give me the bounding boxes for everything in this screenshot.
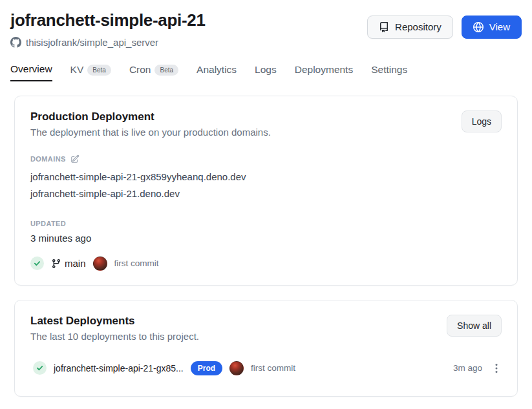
edit-domains-icon[interactable]	[70, 154, 80, 163]
production-card-header: Production Deployment The deployment tha…	[30, 110, 502, 138]
updated-label: UPDATED	[30, 220, 66, 227]
deployment-link[interactable]: jofranchett-simple-api-21-gx85...	[54, 363, 184, 373]
domain-link[interactable]: jofranchett-simple-api-21.deno.dev	[30, 185, 502, 202]
commit-message: first commit	[251, 363, 295, 373]
tab-label: Cron	[129, 64, 151, 76]
github-icon	[10, 37, 21, 48]
deployment-row: jofranchett-simple-api-21-gx85... Prod f…	[33, 361, 499, 375]
tab-cron[interactable]: Cron Beta	[129, 63, 178, 81]
deploy-success-icon	[30, 257, 44, 270]
tab-label: Logs	[255, 64, 277, 76]
logs-button[interactable]: Logs	[462, 110, 502, 132]
deployments-card-header: Latest Deployments The last 10 deploymen…	[30, 315, 502, 342]
globe-icon	[473, 22, 484, 32]
latest-deployments-card: Latest Deployments The last 10 deploymen…	[14, 300, 518, 397]
beta-badge: Beta	[154, 65, 178, 76]
view-button[interactable]: View	[462, 16, 522, 39]
tab-label: KV	[70, 64, 84, 76]
tab-label: Deployments	[295, 64, 353, 76]
github-repo-link[interactable]: thisisjofrank/simple_api_server	[10, 37, 158, 48]
header-left: jofranchett-simple-api-21 thisisjofrank/…	[10, 5, 206, 50]
tab-label: Settings	[371, 64, 407, 76]
deployment-time: 3m ago	[453, 363, 482, 373]
header: jofranchett-simple-api-21 thisisjofrank/…	[10, 5, 522, 50]
domains-label-row: DOMAINS	[30, 154, 502, 163]
branch-name: main	[65, 258, 86, 269]
header-actions: Repository View	[367, 16, 522, 39]
commit-message: first commit	[114, 258, 159, 268]
show-all-button[interactable]: Show all	[447, 315, 502, 337]
tab-label: Overview	[10, 63, 52, 75]
production-card-subtitle: The deployment that is live on your prod…	[30, 127, 271, 138]
deployments-card-titles: Latest Deployments The last 10 deploymen…	[30, 315, 199, 342]
production-deployment-card: Production Deployment The deployment tha…	[14, 96, 518, 286]
repo-book-icon	[379, 22, 389, 32]
github-repo-name: thisisjofrank/simple_api_server	[26, 37, 158, 48]
deployments-card-title: Latest Deployments	[30, 315, 199, 328]
tab-analytics[interactable]: Analytics	[197, 63, 237, 81]
domains-label: DOMAINS	[30, 155, 66, 163]
tab-label: Analytics	[197, 64, 237, 76]
project-tabs: Overview KV Beta Cron Beta Analytics Log…	[10, 63, 522, 81]
page-title: jofranchett-simple-api-21	[10, 10, 206, 30]
domain-link[interactable]: jofranchett-simple-api-21-gx859yyheanq.d…	[30, 169, 502, 185]
tab-overview[interactable]: Overview	[10, 63, 52, 81]
production-card-titles: Production Deployment The deployment tha…	[30, 110, 271, 138]
view-button-label: View	[489, 21, 510, 33]
git-branch-icon	[51, 258, 61, 269]
committer-avatar	[93, 257, 107, 271]
committer-avatar	[229, 361, 244, 375]
repository-button[interactable]: Repository	[367, 16, 453, 39]
deploy-success-icon	[33, 361, 47, 375]
prod-badge: Prod	[191, 361, 222, 375]
project-dashboard: jofranchett-simple-api-21 thisisjofrank/…	[0, 0, 532, 409]
tab-logs[interactable]: Logs	[255, 63, 277, 81]
updated-label-row: UPDATED	[30, 220, 502, 227]
production-commit-row: main first commit	[30, 257, 502, 271]
tab-kv[interactable]: KV Beta	[70, 63, 111, 81]
repository-button-label: Repository	[395, 21, 442, 33]
tab-deployments[interactable]: Deployments	[295, 63, 353, 81]
deployment-row-right: 3m ago	[453, 362, 499, 375]
production-card-title: Production Deployment	[30, 110, 271, 123]
beta-badge: Beta	[87, 65, 111, 76]
deployments-card-subtitle: The last 10 deployments to this project.	[30, 331, 199, 342]
kebab-menu-icon[interactable]	[494, 362, 499, 375]
updated-value: 3 minutes ago	[30, 233, 502, 244]
branch-indicator[interactable]: main	[51, 258, 86, 269]
tab-settings[interactable]: Settings	[371, 63, 407, 81]
